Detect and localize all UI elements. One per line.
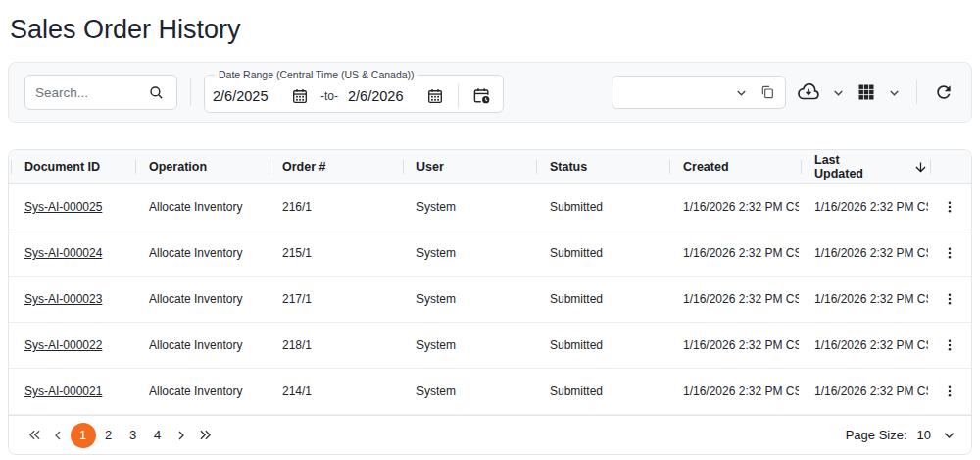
next-page-button[interactable] [170,424,193,447]
page-button-1[interactable]: 1 [71,423,96,448]
column-header-created[interactable]: Created [667,150,799,183]
table-row[interactable]: Sys-AI-000025 Allocate Inventory 216/1 S… [9,184,971,230]
cell-operation: Allocate Inventory [133,338,267,352]
table-row[interactable]: Sys-AI-000021 Allocate Inventory 214/1 S… [9,369,971,415]
search-box[interactable] [24,75,177,110]
cell-order: 218/1 [267,338,401,352]
column-header-operation[interactable]: Operation [133,150,267,183]
cloud-download-button[interactable] [795,78,822,106]
date-range-label: Date Range (Central Time (US & Canada)) [215,70,418,79]
cell-created: 1/16/2026 2:32 PM CST [667,338,799,352]
cell-user: System [401,338,534,352]
column-header-order[interactable]: Order # [267,150,401,183]
table-row[interactable]: Sys-AI-000024 Allocate Inventory 215/1 S… [9,230,971,277]
cell-status: Submitted [534,246,667,260]
cell-status: Submitted [534,338,667,352]
page-button-3[interactable]: 3 [122,424,145,447]
cell-user: System [401,246,534,260]
sort-descending-icon[interactable] [913,160,928,175]
date-range-fieldset: Date Range (Central Time (US & Canada)) … [204,70,504,113]
row-menu-button[interactable] [938,241,961,265]
column-header-user[interactable]: User [401,150,534,183]
column-header-last-updated[interactable]: Last Updated [799,150,928,183]
page-title: Sales Order History [10,13,972,46]
page-size-value[interactable]: 10 [917,428,931,442]
cell-created: 1/16/2026 2:32 PM CST [667,292,799,306]
cell-operation: Allocate Inventory [133,292,267,306]
table-header-row: Document ID Operation Order # User Statu… [9,150,971,184]
column-header-status[interactable]: Status [534,150,667,183]
previous-page-button[interactable] [46,424,70,447]
toolbar-actions [612,76,956,109]
table-row[interactable]: Sys-AI-000022 Allocate Inventory 218/1 S… [9,323,971,369]
toolbar-divider [190,78,191,106]
document-id-link[interactable]: Sys-AI-000022 [24,338,102,352]
document-id-link[interactable]: Sys-AI-000024 [24,246,102,260]
history-table: Document ID Operation Order # User Statu… [8,149,972,455]
row-menu-button[interactable] [938,333,961,357]
grid-columns-button[interactable] [855,80,878,104]
cell-created: 1/16/2026 2:32 PM CST [667,246,799,260]
cell-status: Submitted [534,200,667,214]
document-id-link[interactable]: Sys-AI-000025 [24,200,102,214]
document-id-link[interactable]: Sys-AI-000023 [24,292,102,306]
search-icon[interactable] [146,82,167,103]
filter-toolbar: Date Range (Central Time (US & Canada)) … [8,62,972,123]
page-button-4[interactable]: 4 [146,424,170,447]
cell-status: Submitted [534,384,667,398]
pagination-bar: 1 2 3 4 Page Size: 10 [9,415,971,454]
column-header-label: Last Updated [814,153,888,180]
cell-user: System [401,200,534,214]
date-range-divider [458,84,459,108]
calendar-icon[interactable] [289,85,311,107]
cell-operation: Allocate Inventory [133,200,267,214]
cell-created: 1/16/2026 2:32 PM CST [667,384,799,398]
date-end-input[interactable] [348,88,418,104]
chevron-down-icon[interactable] [734,85,749,100]
cell-last-updated: 1/16/2026 2:32 PM CST [799,200,928,214]
last-page-button[interactable] [193,424,217,447]
cell-last-updated: 1/16/2026 2:32 PM CST [799,384,928,398]
cell-order: 217/1 [267,292,401,306]
cell-order: 214/1 [267,384,401,398]
cell-created: 1/16/2026 2:32 PM CST [667,200,799,214]
column-header-document-id[interactable]: Document ID [9,150,133,183]
toolbar-divider [916,80,917,104]
row-menu-button[interactable] [938,380,961,403]
cell-last-updated: 1/16/2026 2:32 PM CST [799,292,928,306]
date-range-separator: -to- [320,89,338,103]
view-select[interactable] [612,76,786,109]
cell-order: 215/1 [267,246,401,260]
cell-order: 216/1 [267,200,401,214]
cell-operation: Allocate Inventory [133,384,267,398]
refresh-button[interactable] [932,80,956,104]
cell-user: System [401,384,534,398]
row-menu-button[interactable] [938,195,961,219]
copy-icon[interactable] [758,82,777,102]
search-input[interactable] [35,85,146,100]
chevron-down-icon[interactable] [887,85,902,100]
cell-user: System [401,292,534,306]
page-button-2[interactable]: 2 [97,424,121,447]
chevron-down-icon[interactable] [831,85,846,100]
row-menu-button[interactable] [938,287,961,311]
document-id-link[interactable]: Sys-AI-000021 [24,384,102,398]
page-size-control: Page Size: 10 [846,427,957,443]
date-start-input[interactable] [213,88,283,104]
chevron-down-icon[interactable] [941,427,957,443]
page-size-label: Page Size: [846,428,907,442]
table-row[interactable]: Sys-AI-000023 Allocate Inventory 217/1 S… [9,277,971,323]
calendar-icon[interactable] [424,85,446,107]
cell-operation: Allocate Inventory [133,246,267,260]
cell-last-updated: 1/16/2026 2:32 PM CST [799,338,928,352]
first-page-button[interactable] [23,424,46,447]
cell-status: Submitted [534,292,667,306]
calendar-clock-icon[interactable] [470,84,493,107]
cell-last-updated: 1/16/2026 2:32 PM CST [799,246,928,260]
